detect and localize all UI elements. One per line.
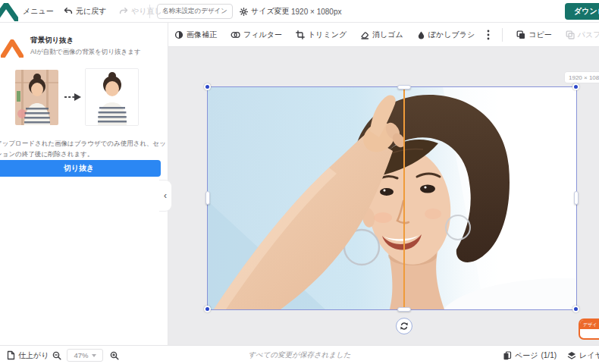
status-bar: 仕上がり 47% すべての変更が保存されました ページ (1/1) レイヤー [0, 345, 599, 364]
adjust-icon [174, 30, 183, 39]
pages-label: ページ [515, 350, 538, 361]
tool-label: コピー [528, 30, 551, 40]
selected-image[interactable] [208, 87, 576, 309]
tool-crop[interactable]: トリミング [296, 30, 347, 40]
tool-filter[interactable]: フィルター [231, 30, 282, 40]
tool-label: フィルター [243, 30, 282, 40]
pages-button[interactable]: ページ (1/1) [503, 346, 557, 364]
alignment-guide [403, 87, 405, 309]
arrow-right-icon [64, 93, 82, 102]
handle-bottom-right[interactable] [572, 306, 579, 312]
more-dots-icon[interactable] [487, 30, 490, 40]
handle-bottom[interactable] [397, 307, 411, 312]
tool-eraser[interactable]: 消しゴム [360, 30, 403, 40]
zoom-in-icon [110, 351, 119, 360]
document-icon [6, 350, 15, 360]
app-logo-icon [0, 3, 18, 21]
design-name-value: 名称未設定のデザイン [162, 7, 227, 16]
handle-bottom-left[interactable] [204, 306, 211, 312]
canvas-size-text: 1920 × 1080px [291, 0, 341, 23]
zoom-out-icon [52, 351, 61, 360]
tool-copy[interactable]: コピー [516, 30, 551, 40]
before-thumbnail [15, 70, 58, 125]
download-button[interactable]: ダウンロード [565, 3, 599, 20]
header-divider [149, 5, 150, 18]
blur-brush-icon [417, 30, 425, 39]
handle-top[interactable] [397, 85, 411, 89]
assistant-widget[interactable]: デザイ [579, 318, 599, 340]
resize-label: サイズ変更 [251, 6, 290, 17]
resize-button[interactable]: サイズ変更 [240, 0, 290, 23]
zoom-out-button[interactable] [52, 346, 61, 364]
artboard-size-badge: 1920 × 1080px [565, 72, 599, 83]
background-cutout-panel: 背景切り抜き AIが自動で画像の背景を切り抜きます [0, 23, 168, 345]
panel-subtitle: AIが自動で画像の背景を切り抜きます [30, 48, 167, 57]
cutout-button[interactable]: 切り抜き [0, 160, 161, 177]
undo-label: 元に戻す [76, 6, 106, 17]
panel-logo-icon [1, 39, 24, 58]
tool-label: トリミング [308, 30, 347, 40]
collapse-chevron-icon: ‹ [164, 190, 167, 201]
privacy-note: アップロードされた画像はブラウザでのみ使用され、セッションの終了後に削除されます… [0, 138, 167, 160]
handle-left[interactable] [205, 191, 210, 205]
rotate-icon [400, 322, 409, 331]
page-count: (1/1) [541, 351, 557, 359]
tool-pathfinder: パスファインダー [566, 30, 599, 40]
handle-right[interactable] [574, 191, 579, 205]
gear-icon [240, 8, 248, 16]
undo-icon [64, 7, 73, 16]
layers-icon [567, 351, 576, 360]
assistant-label: デザイ [580, 320, 599, 329]
layers-label: レイヤー [579, 350, 599, 361]
copy-icon [516, 30, 525, 39]
save-status-text: すべての変更が保存されました [248, 346, 350, 364]
zoom-level-value: 47% [74, 351, 88, 359]
redo-icon [119, 7, 128, 16]
edit-toolbar: 画像補正 フィルター トリミング 消しゴム ぼかしブラシ コピー パスファインダ… [168, 23, 599, 47]
layers-button[interactable]: レイヤー [567, 346, 599, 364]
handle-top-left[interactable] [204, 83, 211, 90]
handle-top-right[interactable] [572, 83, 579, 90]
rotate-button[interactable] [396, 318, 412, 334]
chevron-down-icon [92, 354, 96, 357]
preview-label: 仕上がり [18, 350, 49, 361]
tool-label: 消しゴム [372, 30, 403, 40]
pages-icon [503, 351, 512, 360]
crop-icon [296, 30, 305, 39]
panel-collapse-button[interactable]: ‹ [159, 180, 172, 212]
preview-button[interactable]: 仕上がり [6, 346, 49, 364]
app-window: メニュー 元に戻す やり直し 名称未設定のデザイン サイズ変更 1920 × 1… [0, 0, 599, 364]
header-bar: メニュー 元に戻す やり直し 名称未設定のデザイン サイズ変更 1920 × 1… [0, 0, 599, 23]
tool-blur-brush[interactable]: ぼかしブラシ [417, 30, 475, 40]
toolbar-divider [502, 28, 503, 42]
undo-button[interactable]: 元に戻す [64, 0, 106, 23]
tool-label: ぼかしブラシ [428, 30, 475, 40]
eraser-icon [360, 30, 369, 39]
tool-image-adjust[interactable]: 画像補正 [174, 30, 217, 40]
design-name-field[interactable]: 名称未設定のデザイン [157, 4, 233, 19]
after-thumbnail [85, 68, 139, 126]
menu-label: メニュー [23, 6, 54, 17]
panel-title: 背景切り抜き [30, 36, 74, 46]
filter-icon [231, 30, 240, 39]
zoom-in-button[interactable] [110, 346, 119, 364]
tool-label: パスファインダー [578, 30, 599, 40]
zoom-level-dropdown[interactable]: 47% [67, 349, 103, 362]
tool-label: 画像補正 [187, 30, 217, 40]
canvas-image[interactable] [208, 87, 576, 309]
pathfinder-icon [566, 30, 575, 39]
redo-button: やり直し [119, 0, 162, 23]
menu-button[interactable]: メニュー [23, 0, 54, 23]
